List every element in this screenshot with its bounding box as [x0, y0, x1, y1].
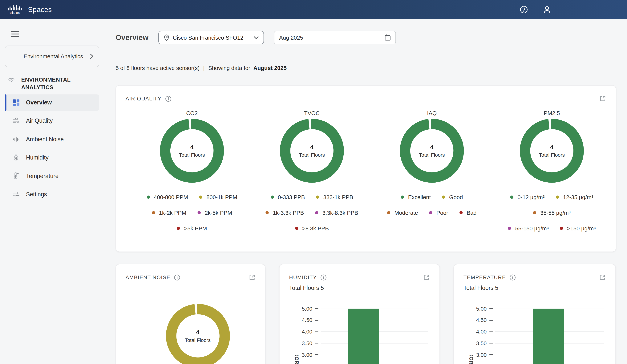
donut-wrap: 4Total Floors	[520, 119, 584, 183]
external-link-icon[interactable]	[599, 95, 606, 102]
month-picker[interactable]: Aug 2025	[274, 31, 396, 44]
donut-group-iaq: IAQ4Total FloorsExcellentGoodModeratePoo…	[372, 110, 492, 241]
legend-dot	[152, 211, 155, 214]
y-tick-label: 3.50	[289, 340, 312, 346]
donut-center-value: 4	[310, 144, 314, 150]
humidity-subtitle: Total Floors 5	[280, 281, 439, 291]
bottom-cards-row: AMBIENT NOISE 4Total Floors	[115, 264, 627, 364]
brand: cisco Spaces	[6, 4, 52, 14]
external-link-icon[interactable]	[249, 274, 256, 281]
air-quality-card: AIR QUALITY CO24Total Floors400-800 PPM8…	[115, 85, 616, 252]
legend-label: Moderate	[394, 209, 418, 216]
ambient-noise-donut: 4Total Floors	[116, 304, 265, 364]
ambient-noise-card-header: AMBIENT NOISE	[116, 264, 265, 281]
legend-item: Poor	[429, 209, 448, 216]
legend-label: 2k-5k PPM	[205, 209, 232, 216]
y-tick-mark	[315, 308, 318, 309]
legend-label: 1k-3.3k PPB	[273, 209, 304, 216]
legend-label: >8.3k PPB	[302, 225, 329, 232]
y-tick-label: 5.00	[464, 306, 487, 312]
sidebar-section-header: ENVIRONMENTAL ANALYTICS	[5, 76, 99, 91]
temperature-subtitle: Total Floors 5	[454, 281, 615, 291]
legend-item: 0-333 PPB	[271, 194, 305, 201]
legend-dot	[271, 196, 274, 199]
legend-item: 800-1k PPM	[199, 194, 237, 201]
y-axis-label-clip: NO OF FLOORS	[293, 355, 301, 364]
sidebar-item-humidity[interactable]: Humidity	[5, 150, 99, 166]
sidebar-item-settings[interactable]: Settings	[5, 186, 99, 203]
app-header: cisco Spaces	[0, 0, 627, 19]
legend-item: >8.3k PPB	[295, 225, 329, 232]
info-icon[interactable]	[509, 274, 516, 281]
sidebar-item-ambient-noise[interactable]: Ambient Noise	[5, 131, 99, 148]
donut-center: 4Total Floors	[166, 304, 230, 364]
app-viewport: cisco Spaces Environmental Analytics	[0, 0, 627, 364]
legend-item: 12-35 µg/m³	[556, 194, 593, 201]
donut-center-label: Total Floors	[185, 338, 211, 343]
info-icon[interactable]	[165, 95, 171, 102]
legend-dot	[316, 196, 319, 199]
legend-dot	[266, 211, 269, 214]
y-axis-label-clip: NO OF FLOORS	[467, 355, 475, 364]
brand-title: Spaces	[28, 5, 52, 14]
y-tick-mark	[489, 331, 493, 332]
location-select-value: Cisco San Francisco SFO12	[173, 34, 254, 41]
env-analytics-selector[interactable]: Environmental Analytics	[5, 46, 99, 67]
donut-title: CO2	[186, 110, 198, 116]
y-tick-label: 4.50	[289, 317, 312, 323]
legend-item: >150 µg/m³	[560, 225, 596, 232]
donut-wrap: 4Total Floors	[400, 119, 464, 183]
legend-dot	[429, 211, 432, 214]
dashboard-icon	[13, 99, 20, 106]
external-link-icon[interactable]	[599, 274, 606, 281]
y-tick-label: 4.00	[464, 329, 487, 335]
env-analytics-selector-label: Environmental Analytics	[5, 52, 97, 60]
legend-dot	[199, 196, 202, 199]
y-tick-label: 4.50	[464, 317, 487, 323]
location-select[interactable]: Cisco San Francisco SFO12	[158, 31, 264, 44]
donut-center: 4Total Floors	[280, 119, 344, 183]
donut-legend: 0-333 PPB333-1k PPB1k-3.3k PPB3.3k-8.3k …	[266, 194, 358, 241]
humidity-card: HUMIDITY Total Floors 5 5.004.504.003.50…	[279, 264, 440, 364]
info-icon[interactable]	[174, 274, 180, 281]
donut-title: TVOC	[304, 110, 320, 116]
legend-label: Excellent	[408, 194, 431, 201]
y-axis-label: NO OF FLOORS	[468, 355, 474, 364]
legend-item: 55-150 µg/m³	[508, 225, 549, 232]
help-icon[interactable]	[520, 5, 528, 14]
legend-label: 0-333 PPB	[278, 194, 305, 201]
y-tick-mark	[489, 343, 493, 344]
hamburger-menu-icon[interactable]	[11, 31, 19, 37]
donut-center-value: 4	[190, 144, 194, 150]
settings-icon	[13, 191, 20, 198]
info-icon[interactable]	[320, 274, 327, 281]
external-link-icon[interactable]	[423, 274, 430, 281]
legend-label: 400-800 PPM	[154, 194, 188, 201]
sidebar-item-temperature[interactable]: Temperature	[5, 168, 99, 184]
legend-item: 333-1k PPB	[316, 194, 353, 201]
legend-item: Bad	[460, 209, 477, 216]
donut-wrap: 4Total Floors	[280, 119, 344, 183]
sidebar-item-label: Humidity	[26, 154, 49, 161]
legend-item: 0-12 µg/m³	[510, 194, 545, 201]
ambient-noise-card: AMBIENT NOISE 4Total Floors	[115, 264, 265, 364]
donut-center-value: 4	[550, 144, 554, 150]
sidebar-section-title: ENVIRONMENTAL ANALYTICS	[21, 76, 81, 91]
donut-group-ambient_noise: 4Total Floors	[130, 304, 265, 364]
legend-label: 35-55 µg/m³	[540, 209, 571, 216]
sidebar-item-air-quality[interactable]: Air Quality	[5, 113, 99, 129]
sidebar-item-overview[interactable]: Overview	[5, 94, 99, 111]
status-period: August 2025	[253, 65, 287, 71]
chevron-right-icon	[90, 53, 94, 59]
sidebar-item-label: Temperature	[26, 173, 58, 179]
donut-center: 4Total Floors	[520, 119, 584, 183]
donut-group-co2: CO24Total Floors400-800 PPM800-1k PPM1k-…	[132, 110, 252, 241]
legend-dot	[295, 227, 298, 230]
wifi-icon	[8, 77, 15, 83]
legend-dot	[560, 227, 563, 230]
calendar-icon	[385, 34, 390, 41]
header-divider	[536, 5, 536, 13]
legend-label: 333-1k PPB	[323, 194, 353, 201]
user-icon[interactable]	[543, 5, 551, 14]
temperature-card-title: TEMPERATURE	[464, 274, 506, 280]
